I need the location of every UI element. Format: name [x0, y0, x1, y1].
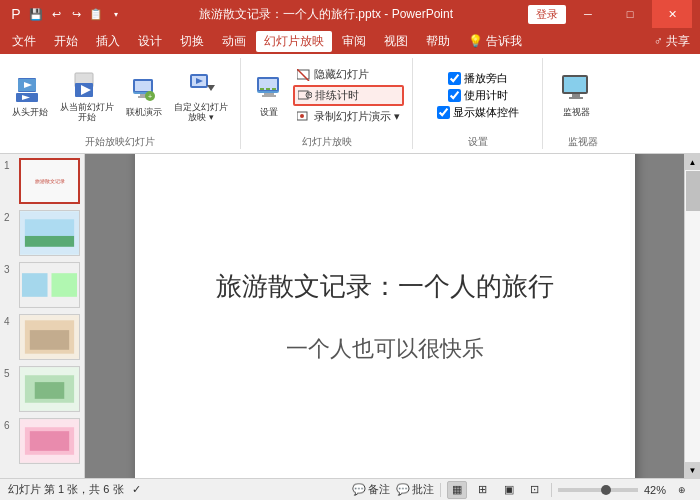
slide-subtitle: 一个人也可以很快乐 — [286, 334, 484, 364]
save-icon[interactable]: 💾 — [28, 6, 44, 22]
menu-animation[interactable]: 动画 — [214, 31, 254, 52]
from-start-icon — [14, 74, 46, 106]
menu-view[interactable]: 视图 — [376, 31, 416, 52]
monitor-group-label: 监视器 — [551, 133, 615, 149]
scroll-down-button[interactable]: ▼ — [685, 462, 701, 478]
view-normal-button[interactable]: ▦ — [447, 481, 467, 499]
menu-review[interactable]: 审阅 — [334, 31, 374, 52]
play-narration-input[interactable] — [448, 72, 461, 85]
record-button[interactable]: 录制幻灯片演示 ▾ — [293, 108, 404, 125]
svg-rect-50 — [35, 382, 65, 399]
slide-thumb-5[interactable]: 5 — [4, 366, 80, 412]
menu-insert[interactable]: 插入 — [88, 31, 128, 52]
hide-slide-label: 隐藏幻灯片 — [314, 67, 369, 82]
menu-slideshow[interactable]: 幻灯片放映 — [256, 31, 332, 52]
view-slide-button[interactable]: ▣ — [499, 481, 519, 499]
notes-button[interactable]: 💬 备注 — [352, 482, 390, 497]
slide-thumb-6[interactable]: 6 — [4, 418, 80, 464]
svg-rect-22 — [264, 93, 274, 95]
undo-icon[interactable]: ↩ — [48, 6, 64, 22]
dropdown-icon[interactable]: ▾ — [108, 6, 124, 22]
slide-thumb-3[interactable]: 3 — [4, 262, 80, 308]
custom-label: 自定义幻灯片放映 ▾ — [174, 103, 228, 123]
play-narration-label: 播放旁白 — [464, 71, 508, 86]
slide-img-2 — [19, 210, 80, 256]
settings-checks-content: 播放旁白 使用计时 显示媒体控件 — [421, 58, 534, 133]
redo-icon[interactable]: ↪ — [68, 6, 84, 22]
svg-rect-47 — [30, 330, 69, 350]
menu-transition[interactable]: 切换 — [172, 31, 212, 52]
monitor-group: 监视器 监视器 — [543, 58, 623, 149]
slide-num-6: 6 — [4, 418, 16, 431]
svg-point-34 — [300, 114, 304, 118]
share-button[interactable]: ♂ 共享 — [648, 31, 696, 52]
from-current-label: 从当前幻灯片开始 — [60, 103, 114, 123]
app-icon: P — [8, 6, 24, 22]
maximize-button[interactable]: □ — [610, 0, 650, 28]
menu-design[interactable]: 设计 — [130, 31, 170, 52]
svg-rect-10 — [135, 81, 151, 91]
status-bar: 幻灯片 第 1 张，共 6 张 ✓ 💬 备注 💬 批注 ▦ ⊞ ▣ ⊡ 42% … — [0, 478, 700, 500]
main-area: 1 旅游散文记录 2 3 — [0, 154, 700, 478]
slide-num-1: 1 — [4, 158, 16, 171]
scroll-up-button[interactable]: ▲ — [685, 154, 701, 170]
paste-icon[interactable]: 📋 — [88, 6, 104, 22]
show-media-checkbox[interactable]: 显示媒体控件 — [437, 105, 519, 120]
slide-thumb-4[interactable]: 4 — [4, 314, 80, 360]
use-timing-input[interactable] — [448, 89, 461, 102]
ribbon: 从头开始 从当前幻灯片开始 — [0, 54, 700, 154]
title-bar: P 💾 ↩ ↪ 📋 ▾ 旅游散文记录：一个人的旅行.pptx - PowerPo… — [0, 0, 700, 28]
from-start-label: 从头开始 — [12, 108, 48, 118]
monitor-button[interactable]: 监视器 — [551, 70, 601, 121]
from-current-button[interactable]: 从当前幻灯片开始 — [56, 67, 118, 125]
svg-rect-37 — [572, 94, 580, 97]
scroll-track[interactable] — [685, 170, 700, 462]
view-outline-button[interactable]: ⊞ — [473, 481, 493, 499]
scroll-thumb[interactable] — [686, 171, 700, 211]
slide-thumb-1[interactable]: 1 旅游散文记录 — [4, 158, 80, 204]
svg-rect-36 — [564, 77, 586, 92]
hide-slide-button[interactable]: 隐藏幻灯片 — [293, 66, 404, 83]
slide-num-4: 4 — [4, 314, 16, 327]
window-title: 旅游散文记录：一个人的旅行.pptx - PowerPoint — [124, 6, 528, 23]
login-button[interactable]: 登录 — [528, 5, 566, 24]
use-timing-label: 使用计时 — [464, 88, 508, 103]
start-group-content: 从头开始 从当前幻灯片开始 — [8, 58, 232, 133]
menu-file[interactable]: 文件 — [4, 31, 44, 52]
canvas-area: 旅游散文记录：一个人的旅行 一个人也可以很快乐 — [85, 154, 684, 478]
settings-button[interactable]: 设置 — [249, 70, 289, 121]
svg-rect-24 — [260, 88, 264, 90]
online-present-button[interactable]: + 联机演示 — [122, 72, 166, 120]
slide-img-5 — [19, 366, 80, 412]
comments-button[interactable]: 💬 批注 — [396, 482, 434, 497]
slide-title: 旅游散文记录：一个人的旅行 — [216, 269, 554, 304]
ribbon-content: 从头开始 从当前幻灯片开始 — [0, 54, 700, 153]
notes-label: 备注 — [368, 482, 390, 497]
minimize-button[interactable]: ─ — [568, 0, 608, 28]
slide-thumb-2[interactable]: 2 — [4, 210, 80, 256]
menu-home[interactable]: 开始 — [46, 31, 86, 52]
show-media-label: 显示媒体控件 — [453, 105, 519, 120]
view-slideshow-button[interactable]: ⊡ — [525, 481, 545, 499]
zoom-level: 42% — [644, 484, 666, 496]
svg-rect-23 — [262, 95, 276, 97]
settings-icon — [253, 72, 285, 104]
timing-button[interactable]: 排练计时 — [293, 85, 404, 106]
settings-group-label: 设置 — [421, 133, 534, 149]
start-slideshow-group: 从头开始 从当前幻灯片开始 — [0, 58, 241, 149]
close-button[interactable]: ✕ — [652, 0, 692, 28]
menu-tell-me[interactable]: 💡 告诉我 — [460, 31, 530, 52]
divider2 — [551, 483, 552, 497]
custom-show-button[interactable]: 自定义幻灯片放映 ▾ — [170, 67, 232, 125]
slide-num-3: 3 — [4, 262, 16, 275]
custom-icon — [185, 69, 217, 101]
fit-slide-button[interactable]: ⊕ — [672, 481, 692, 499]
use-timing-checkbox[interactable]: 使用计时 — [448, 88, 508, 103]
show-media-input[interactable] — [437, 106, 450, 119]
play-narration-checkbox[interactable]: 播放旁白 — [448, 71, 508, 86]
scrollbar-vertical[interactable]: ▲ ▼ — [684, 154, 700, 478]
menu-help[interactable]: 帮助 — [418, 31, 458, 52]
menu-right: ♂ 共享 — [648, 31, 696, 52]
zoom-slider[interactable] — [558, 488, 638, 492]
from-start-button[interactable]: 从头开始 — [8, 72, 52, 120]
